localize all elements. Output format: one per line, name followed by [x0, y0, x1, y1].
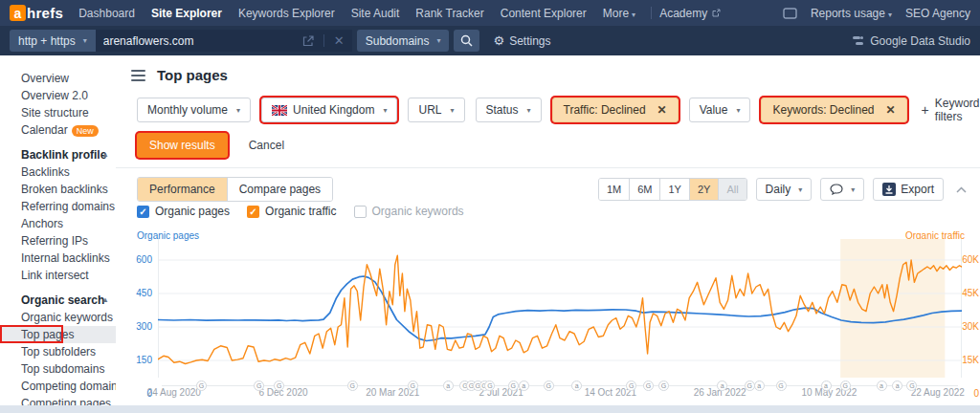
- new-badge: New: [72, 125, 99, 137]
- tab-performance[interactable]: Performance: [138, 178, 227, 201]
- protocol-dropdown[interactable]: http + https▾: [10, 30, 96, 52]
- timeline-badge-ahrefs-update[interactable]: a: [877, 380, 887, 391]
- uk-flag-icon: [272, 105, 287, 116]
- sidebar-item-competing-pages[interactable]: Competing pages: [0, 395, 116, 405]
- collapse-chart-icon[interactable]: [956, 186, 967, 193]
- main-content: Top pages Monthly volume▾United Kingdom▾…: [116, 55, 980, 405]
- sidebar-item-referring-ips[interactable]: Referring IPs: [0, 232, 116, 250]
- chevron-down-icon: ▾: [632, 11, 635, 19]
- annotations-dropdown[interactable]: ▾: [820, 178, 864, 201]
- nav-item-dashboard[interactable]: Dashboard: [78, 7, 135, 20]
- sidebar-item-label: Organic keywords: [21, 311, 113, 324]
- nav-item-content-explorer[interactable]: Content Explorer: [501, 7, 587, 20]
- chevron-down-icon: ▾: [798, 185, 802, 194]
- scope-dropdown[interactable]: Subdomains▾: [357, 30, 450, 52]
- google-data-studio-link[interactable]: Google Data Studio: [852, 34, 970, 48]
- timeline-badge-ahrefs-update[interactable]: a: [519, 380, 529, 391]
- timeline-badge-google-update[interactable]: G: [196, 380, 207, 391]
- sidebar-item-top-subdomains[interactable]: Top subdomains: [0, 360, 116, 378]
- left-axis-tick: 600: [116, 254, 152, 265]
- legend-toggle-organic-traffic[interactable]: ✓Organic traffic: [247, 205, 336, 218]
- monitor-icon[interactable]: [783, 8, 797, 19]
- filter-chip-traffic-declined[interactable]: Traffic: Declined✕: [552, 98, 679, 122]
- settings-button[interactable]: ⚙ Settings: [493, 33, 550, 48]
- protocol-label: http + https: [18, 34, 76, 48]
- show-results-button[interactable]: Show results: [137, 133, 228, 158]
- timeline-badge-google-update[interactable]: G: [658, 380, 669, 391]
- timeline-badge-google-update[interactable]: G: [840, 380, 851, 391]
- nav-item-rank-tracker[interactable]: Rank Tracker: [415, 7, 483, 20]
- sidebar-item-broken-backlinks[interactable]: Broken backlinks: [0, 181, 116, 198]
- add-keyword-filters-button[interactable]: +Keyword filters: [922, 97, 980, 123]
- nav-item-site-explorer[interactable]: Site Explorer: [151, 7, 222, 20]
- search-button[interactable]: [454, 30, 479, 52]
- filter-dropdown-value[interactable]: Value▾: [689, 98, 751, 122]
- x-axis-date-label: 20 Mar 2021: [354, 387, 431, 398]
- filter-chip-keywords-declined[interactable]: Keywords: Declined✕: [761, 98, 906, 122]
- range-1y[interactable]: 1Y: [659, 179, 688, 200]
- checked-checkbox-icon[interactable]: ✓: [247, 206, 259, 218]
- ahrefs-logo[interactable]: a hrefs: [10, 5, 63, 21]
- export-label: Export: [901, 183, 934, 196]
- remove-filter-icon[interactable]: ✕: [886, 103, 896, 117]
- nav-academy[interactable]: Academy: [659, 7, 721, 20]
- sidebar-item-competing-domains[interactable]: Competing domains: [0, 378, 116, 395]
- filter-dropdown-status[interactable]: Status▾: [476, 98, 542, 122]
- timeline-badge-google-update[interactable]: G: [408, 380, 418, 391]
- nav-item-keywords-explorer[interactable]: Keywords Explorer: [238, 7, 335, 20]
- timeline-badge-google-update[interactable]: G: [643, 380, 654, 391]
- filter-dropdown-url[interactable]: URL▾: [408, 98, 464, 122]
- legend-label: Organic traffic: [265, 205, 336, 218]
- performance-chart[interactable]: [158, 239, 962, 378]
- sidebar-list: OverviewOverview 2.0Site structureCalend…: [0, 70, 116, 405]
- export-button[interactable]: Export: [873, 178, 944, 201]
- unchecked-checkbox-icon[interactable]: [354, 206, 367, 218]
- timeline-badge-ahrefs-update[interactable]: a: [443, 380, 454, 391]
- timeline-badge-ahrefs-update[interactable]: a: [821, 380, 832, 391]
- sidebar-item-overview[interactable]: Overview: [0, 70, 116, 87]
- filter-dropdown-united-kingdom[interactable]: United Kingdom▾: [261, 98, 397, 122]
- filter-row: Monthly volume▾United Kingdom▾URL▾Status…: [137, 97, 980, 123]
- sidebar-item-calendar[interactable]: CalendarNew: [0, 121, 116, 139]
- range-2y[interactable]: 2Y: [689, 179, 718, 200]
- remove-filter-icon[interactable]: ✕: [657, 103, 667, 117]
- account-menu[interactable]: SEO Agency: [905, 7, 970, 20]
- timeline-badge-google-update[interactable]: G: [347, 380, 358, 391]
- right-axis-tick: 45K: [939, 288, 979, 298]
- sidebar-item-top-subfolders[interactable]: Top subfolders: [0, 343, 116, 360]
- nav-item-site-audit[interactable]: Site Audit: [351, 7, 400, 20]
- legend-toggle-organic-pages[interactable]: ✓Organic pages: [137, 205, 230, 218]
- cancel-button[interactable]: Cancel: [249, 139, 284, 152]
- tab-compare-pages[interactable]: Compare pages: [227, 178, 332, 201]
- range-1m[interactable]: 1M: [599, 179, 629, 200]
- legend-toggle-organic-keywords[interactable]: Organic keywords: [354, 205, 464, 218]
- chevron-down-icon: ▾: [736, 106, 740, 115]
- sidebar-item-overview-2-0[interactable]: Overview 2.0: [0, 87, 116, 104]
- timeline-badge-google-update[interactable]: G: [544, 380, 554, 391]
- timeline-badge-google-update[interactable]: G: [776, 380, 787, 391]
- sidebar-item-referring-domains[interactable]: Referring domains: [0, 198, 116, 215]
- timeline-badge-google-update[interactable]: G: [508, 380, 519, 391]
- filter-dropdown-monthly-volume[interactable]: Monthly volume▾: [137, 98, 251, 122]
- checked-checkbox-icon[interactable]: ✓: [137, 206, 149, 218]
- granularity-dropdown[interactable]: Daily▾: [756, 178, 813, 201]
- timeline-badge-ahrefs-update[interactable]: a: [754, 380, 765, 391]
- nav-item-more[interactable]: More▾: [603, 7, 635, 20]
- sidebar-item-label: Overview: [21, 72, 69, 85]
- sidebar-item-link-intersect[interactable]: Link intersect: [0, 267, 116, 284]
- sidebar-item-site-structure[interactable]: Site structure: [0, 104, 116, 121]
- sidebar-item-anchors[interactable]: Anchors: [0, 215, 116, 232]
- sidebar-toggle-icon[interactable]: [131, 70, 145, 81]
- open-in-new-icon[interactable]: [302, 35, 314, 47]
- sidebar-item-organic-keywords[interactable]: Organic keywords: [0, 309, 116, 326]
- gds-label: Google Data Studio: [870, 34, 970, 48]
- sidebar-item-backlinks[interactable]: Backlinks: [0, 163, 116, 181]
- range-6m[interactable]: 6M: [629, 179, 659, 200]
- sidebar-item-internal-backlinks[interactable]: Internal backlinks: [0, 250, 116, 267]
- seo-agency-label: SEO Agency: [905, 7, 970, 20]
- sidebar-item-top-pages[interactable]: Top pages: [0, 326, 116, 343]
- clear-input-icon[interactable]: ✕: [334, 33, 345, 48]
- reports-usage-menu[interactable]: Reports usage▾: [811, 7, 892, 20]
- target-input[interactable]: [103, 34, 302, 48]
- sidebar-item-label: Site structure: [21, 106, 89, 120]
